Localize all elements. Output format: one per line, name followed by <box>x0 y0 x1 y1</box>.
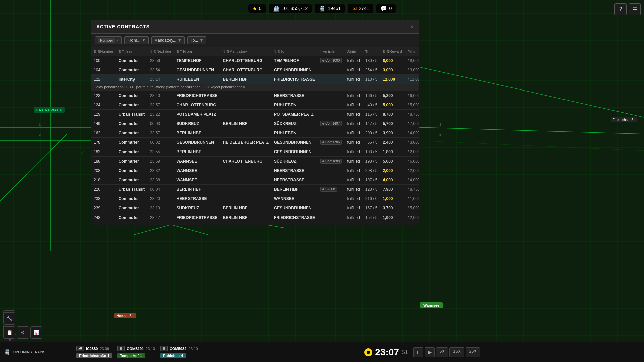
svg-line-7 <box>419 67 644 117</box>
cell-train: Commuter <box>116 213 147 222</box>
time-inner <box>367 351 370 354</box>
cell-nextdue: 23:22 <box>147 110 174 119</box>
table-row[interactable]: 208 Commuter 23:32 WANNSEE HEERSTRASSE f… <box>91 166 419 175</box>
pause-button[interactable]: ⏸ <box>413 347 423 357</box>
table-row[interactable]: 122 InterCity 23:14 RUHLEBEN BERLIN HBF … <box>91 75 419 84</box>
cell-state: fulfilled <box>344 175 362 185</box>
cell-reward: 1,900 <box>380 213 405 222</box>
col-from[interactable]: ⇅From <box>174 47 220 56</box>
cell-max: / 5,000 1 0 🗑 <box>405 100 419 110</box>
col-number[interactable]: ⇅Number <box>91 47 116 56</box>
chat-count: 0 <box>389 6 392 11</box>
table-row[interactable]: 100 Commuter 23:56 TEMPELHOF CHARLOTTENB… <box>91 56 419 65</box>
train-ic2880-time: 23:09 <box>100 347 109 351</box>
table-row[interactable]: 253 Commuter 23:29 SÜDKREUZ POTSDAMER PL… <box>91 222 419 225</box>
cell-livetrain: Com1497 <box>318 119 344 128</box>
speed-15x[interactable]: 15X <box>449 347 464 357</box>
cell-mandatory <box>220 147 271 157</box>
help-button[interactable]: ? <box>614 3 627 15</box>
mandatory-filter-clear[interactable]: ▼ <box>178 38 182 43</box>
cell-nextdue: 23:38 <box>147 175 174 185</box>
modal-close-button[interactable]: × <box>410 24 414 30</box>
svg-text:1: 1 <box>439 122 441 126</box>
table-row[interactable]: 248 Commuter 23:47 FRIEDRICHSTRASSE BERL… <box>91 213 419 222</box>
speed-5x[interactable]: 5X <box>436 347 448 357</box>
table-row[interactable]: 188 Commuter 23:59 WANNSEE CHARLOTTENBUR… <box>91 157 419 166</box>
col-train[interactable]: ⇅Train <box>116 47 147 56</box>
wrench-button[interactable]: 🔧 <box>3 312 15 324</box>
cell-number: 239 <box>91 203 116 213</box>
cell-mandatory: CHARLOTTENBURG <box>220 56 271 65</box>
cell-train: Commuter <box>116 166 147 175</box>
contracts-table-container[interactable]: ⇅Number ⇅Train ⇅Next due ⇅From ⇅Mandator… <box>91 47 419 225</box>
cell-mandatory: CHARLOTTENBURG <box>220 65 271 75</box>
message-count: 2741 <box>359 6 369 11</box>
cell-max: / 1,000 1 0 🗑 <box>405 194 419 203</box>
schedule-button[interactable]: 📋 <box>3 326 15 339</box>
col-to[interactable]: ⇅To <box>271 47 318 56</box>
stats-button[interactable]: 📊 <box>30 326 42 339</box>
cell-reward: 1,000 <box>380 222 405 225</box>
cell-trains: 197 / 5 <box>363 175 380 185</box>
modal-title: Active Contracts <box>96 24 150 29</box>
play-button[interactable]: ▶ <box>425 347 435 357</box>
cell-to: SÜDKREUZ <box>271 157 318 166</box>
menu-button[interactable]: ☰ <box>629 3 641 15</box>
table-row[interactable]: 149 Commuter 00:03 SÜDKREUZ BERLIN HBF S… <box>91 119 419 128</box>
table-row[interactable]: 124 Commuter 23:57 CHARLOTTENBURG RUHLEB… <box>91 100 419 110</box>
table-row[interactable]: 162 Commuter 23:57 BERLIN HBF RUHLEBEN f… <box>91 128 419 138</box>
table-row[interactable]: 183 Commuter 23:55 BERLIN HBF GESUNDBRUN… <box>91 147 419 157</box>
col-reward[interactable]: ⇅Reward <box>380 47 405 56</box>
heerstrasse-badge: Heerstraße <box>114 313 136 318</box>
cell-trains: 200 / 5 <box>363 128 380 138</box>
cell-max: / 7,000 1 0 🗑 <box>405 119 419 128</box>
settings-button[interactable]: ⚙ <box>17 326 29 339</box>
bottom-center: 23:07 51 ⏸ ▶ 5X 15X 25X <box>201 347 644 358</box>
com5984-destination: Ruhleben 4 <box>160 353 186 358</box>
table-row[interactable]: 239 Commuter 23:19 SÜDKREUZ BERLIN HBF G… <box>91 203 419 213</box>
detail-text: Delay penalization: 1,300 per minute Wro… <box>91 84 419 91</box>
number-filter[interactable]: Number × <box>95 36 122 44</box>
from-filter-clear[interactable]: ▼ <box>142 38 146 43</box>
col-nextdue[interactable]: ⇅Next due <box>147 47 174 56</box>
train-ic2880-id: IC2880 <box>86 347 98 351</box>
table-row[interactable]: 238 Commuter 23:20 HEERSTRASSE WANNSEE f… <box>91 194 419 203</box>
cell-number: 100 <box>91 56 116 65</box>
cell-from: BERLIN HBF <box>174 185 220 194</box>
cell-to: GESUNDBRUNNEN <box>271 203 318 213</box>
time-hours-minutes: 23:07 <box>375 347 399 358</box>
col-mandatory[interactable]: ⇅Mandatory <box>220 47 271 56</box>
table-row[interactable]: 129 Urban Transit 23:22 POTSDAMER PLATZ … <box>91 110 419 119</box>
from-filter[interactable]: From... ▼ <box>124 36 149 44</box>
filter-row: Number × From... ▼ Mandatory... ▼ To... … <box>91 34 419 47</box>
table-row[interactable]: 104 Commuter 23:54 GESUNDBRUNNEN CHARLOT… <box>91 65 419 75</box>
svg-text:3: 3 <box>439 144 441 148</box>
cell-state: fulfilled <box>344 157 362 166</box>
table-row[interactable]: 178 Commuter 00:02 GESUNDBRUNNEN HEIDELB… <box>91 138 419 147</box>
cell-from: TEMPELHOF <box>174 56 220 65</box>
com8191-destination: Tempelhof 1 <box>117 353 145 358</box>
time-seconds: 51 <box>402 349 408 355</box>
table-row[interactable]: 123 Commuter 23:40 FRIEDRICHSTRASSE HEER… <box>91 91 419 100</box>
table-row[interactable]: 218 Commuter 23:38 WANNSEE HEERSTRASSE f… <box>91 175 419 185</box>
train-com5984-dest: Ruhleben 4 <box>160 352 198 358</box>
wannsee-badge: Wannsee <box>420 302 443 308</box>
from-filter-label: From... <box>127 38 140 43</box>
cell-trains: 154 / 5 <box>363 213 380 222</box>
cell-state: fulfilled <box>344 166 362 175</box>
table-row[interactable]: 220 Urban Transit 00:04 BERLIN HBF BERLI… <box>91 185 419 194</box>
train-com8191: 🚆 COM8191 23:10 Tempelhof 1 <box>117 346 155 358</box>
cell-livetrain: Com1888 <box>318 157 344 166</box>
cell-number: 124 <box>91 100 116 110</box>
cell-max: / 8,750 1 0 🗑 <box>405 110 419 119</box>
cell-mandatory: BERLIN HBF <box>220 203 271 213</box>
speed-25x[interactable]: 25X <box>466 347 480 357</box>
cell-from: FRIEDRICHSTRASSE <box>174 91 220 100</box>
cell-max: / 1,000 1 0 🗑 <box>405 222 419 225</box>
svg-text:1: 1 <box>39 122 41 126</box>
number-filter-clear[interactable]: × <box>116 38 119 43</box>
mandatory-filter[interactable]: Mandatory... ▼ <box>151 36 185 44</box>
to-filter[interactable]: To... ▼ <box>187 36 207 44</box>
to-filter-clear[interactable]: ▼ <box>199 38 203 43</box>
col-state: State <box>344 47 362 56</box>
